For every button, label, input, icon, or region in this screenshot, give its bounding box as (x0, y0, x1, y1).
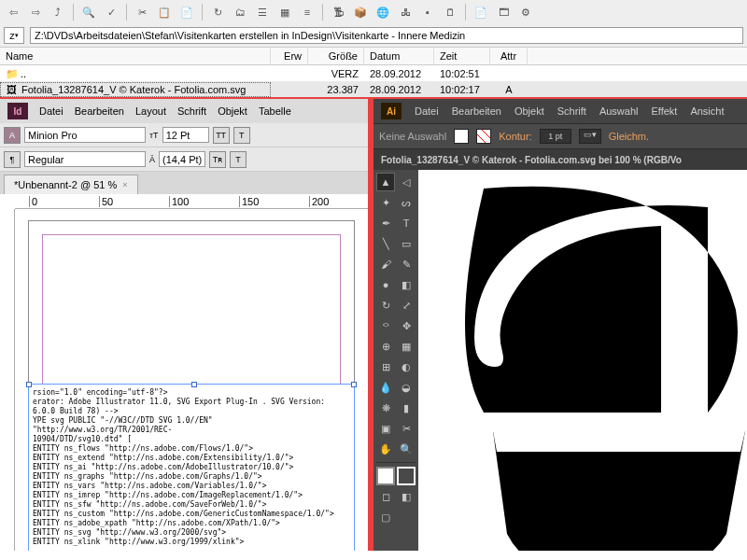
stroke-swatch[interactable] (476, 129, 491, 144)
forward-icon[interactable]: ⇨ (26, 3, 45, 21)
search-icon[interactable]: 🔍 (79, 3, 98, 21)
thumb-icon[interactable]: ▦ (275, 3, 294, 21)
ai-menu-objekt[interactable]: Objekt (514, 105, 544, 117)
sub-button[interactable]: T (230, 151, 247, 168)
text-frame[interactable]: rsion="1.0" encoding="utf-8"?>erator: Ad… (28, 384, 355, 551)
direct-select-tool[interactable]: ◁ (397, 173, 416, 191)
perspective-tool[interactable]: ▦ (397, 337, 416, 356)
header-ext[interactable]: Erw (271, 48, 308, 64)
selection-tool[interactable]: ▲ (376, 173, 395, 191)
font-size-field[interactable] (162, 127, 209, 143)
slice-tool[interactable]: ✂ (397, 419, 416, 438)
pen-tool[interactable]: ✒ (376, 214, 395, 232)
unzip-icon[interactable]: 📦 (351, 3, 370, 21)
header-name[interactable]: Name (0, 48, 271, 64)
illustrator-canvas[interactable] (418, 170, 747, 551)
paste-icon[interactable]: 📄 (177, 3, 196, 21)
ai-menu-bearbeiten[interactable]: Bearbeiten (452, 105, 501, 117)
id-menu-layout[interactable]: Layout (135, 105, 166, 117)
shape-builder-tool[interactable]: ⊕ (376, 337, 395, 356)
magic-wand-tool[interactable]: ✦ (376, 193, 395, 212)
ai-menu-effekt[interactable]: Effekt (651, 105, 677, 117)
id-menu-objekt[interactable]: Objekt (218, 105, 247, 117)
draw-mode-behind[interactable]: ◧ (397, 487, 416, 506)
type-tool[interactable]: T (397, 214, 416, 232)
hand-tool[interactable]: ✋ (376, 440, 395, 458)
ai-menu-datei[interactable]: Datei (415, 105, 439, 117)
tree-icon[interactable]: 🗂 (231, 3, 249, 21)
blend-tool[interactable]: ◒ (397, 378, 416, 397)
ai-menu-schrift[interactable]: Schrift (557, 105, 586, 117)
header-size[interactable]: Größe (308, 48, 364, 64)
allcaps-button[interactable]: TT (213, 127, 230, 144)
refresh-icon[interactable]: ↻ (208, 3, 227, 21)
graph-tool[interactable]: ▮ (397, 399, 416, 417)
indesign-canvas[interactable]: 0 50 100 150 200 rsion="1.0" encoding="u… (0, 194, 368, 551)
ftp-icon[interactable]: 🌐 (374, 3, 392, 21)
fill-swatch[interactable] (454, 129, 469, 144)
close-tab-icon[interactable]: × (122, 180, 127, 189)
paper-icon[interactable]: 📄 (472, 3, 490, 21)
id-menu-bearbeiten[interactable]: Bearbeiten (75, 105, 124, 117)
eyedropper-tool[interactable]: 💧 (376, 378, 395, 397)
zip-icon[interactable]: 🗜 (329, 3, 347, 21)
gradient-tool[interactable]: ◐ (397, 357, 416, 376)
header-date[interactable]: Datum (364, 48, 434, 64)
leading-field[interactable] (159, 151, 205, 167)
file-row-parent[interactable]: 📁.. VERZ 28.09.2012 10:02:51 (0, 65, 747, 81)
font-style-select[interactable] (24, 151, 146, 167)
rotate-tool[interactable]: ↻ (376, 296, 395, 315)
blob-brush-tool[interactable]: ● (376, 275, 395, 294)
up-icon[interactable]: ⤴ (49, 3, 67, 21)
frame-handle[interactable] (191, 382, 197, 387)
cmd-icon[interactable]: ▪ (418, 3, 437, 21)
details-icon[interactable]: ≡ (298, 3, 317, 21)
back-icon[interactable]: ⇦ (4, 3, 22, 21)
file-row-svg[interactable]: 🖼Fotolia_13287614_V © Katerok - Fotolia.… (0, 81, 747, 97)
stroke-width-field[interactable] (540, 129, 571, 144)
mesh-tool[interactable]: ⊞ (376, 357, 395, 376)
doc-tab[interactable]: *Unbenannt-2 @ 51 % × (4, 175, 138, 194)
free-transform-tool[interactable]: ✥ (397, 316, 416, 335)
eraser-tool[interactable]: ◧ (397, 275, 416, 294)
line-tool[interactable]: ╲ (376, 234, 395, 253)
list-icon[interactable]: ☰ (253, 3, 272, 21)
para-mode-button[interactable]: ¶ (4, 151, 21, 168)
header-time[interactable]: Zeit (434, 48, 490, 64)
smallcaps-button[interactable]: Tʀ (209, 151, 226, 168)
id-menu-schrift[interactable]: Schrift (177, 105, 206, 117)
window-icon[interactable]: 🗔 (494, 3, 513, 21)
width-tool[interactable]: ⌔ (376, 316, 395, 335)
frame-handle[interactable] (351, 382, 357, 387)
text-frame-content[interactable]: rsion="1.0" encoding="utf-8"?>erator: Ad… (29, 385, 354, 551)
screen-mode[interactable]: ▢ (376, 508, 395, 526)
ai-menu-auswahl[interactable]: Auswahl (599, 105, 639, 117)
artboard-tool[interactable]: ▣ (376, 419, 395, 438)
illustrator-doc-tab[interactable]: Fotolia_13287614_V © Katerok - Fotolia.c… (374, 149, 747, 170)
notepad-icon[interactable]: 🗒 (441, 3, 459, 21)
config-icon[interactable]: ⚙ (516, 3, 535, 21)
frame-handle[interactable] (26, 382, 32, 387)
path-field[interactable]: Z:\DVDs\Arbeitsdateien\Stefan\Visitenkar… (30, 27, 743, 44)
copy-icon[interactable]: 📋 (155, 3, 174, 21)
cut-icon[interactable]: ✂ (133, 3, 151, 21)
header-attr[interactable]: Attr (490, 48, 528, 64)
draw-mode-normal[interactable]: ◻ (376, 487, 395, 506)
id-menu-tabelle[interactable]: Tabelle (259, 105, 291, 117)
lasso-tool[interactable]: ᔕ (397, 193, 416, 212)
char-mode-button[interactable]: A (4, 127, 21, 144)
symbol-sprayer-tool[interactable]: ❋ (376, 399, 395, 417)
brush-dropdown[interactable]: ▭▾ (579, 129, 601, 144)
ai-menu-ansicht[interactable]: Ansicht (690, 105, 724, 117)
fill-control[interactable] (376, 467, 395, 485)
select-icon[interactable]: ✓ (102, 3, 120, 21)
id-menu-datei[interactable]: Datei (39, 105, 63, 117)
gleichm-label[interactable]: Gleichm. (609, 131, 649, 142)
rectangle-tool[interactable]: ▭ (397, 234, 416, 253)
drive-selector[interactable]: z▾ (4, 27, 24, 44)
net-icon[interactable]: 🖧 (396, 3, 415, 21)
pencil-tool[interactable]: ✎ (397, 255, 416, 273)
font-family-select[interactable] (24, 127, 146, 143)
sup-button[interactable]: T (233, 127, 250, 144)
brush-tool[interactable]: 🖌 (376, 255, 395, 273)
